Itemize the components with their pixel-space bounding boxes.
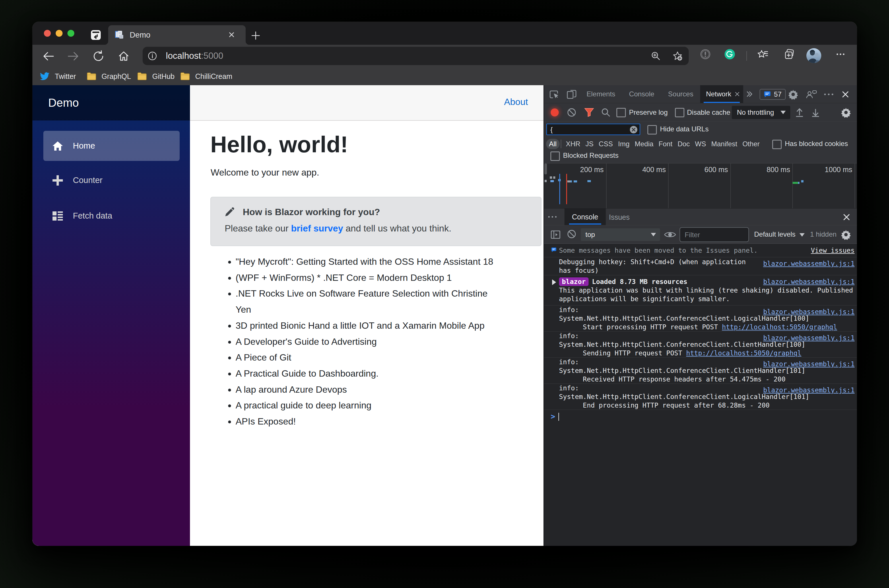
context-select[interactable]: top xyxy=(581,228,660,241)
filter-icon[interactable] xyxy=(584,108,594,117)
filter-pill[interactable]: Other xyxy=(740,139,762,149)
console-prompt[interactable]: > xyxy=(544,410,857,422)
expand-caret-icon[interactable] xyxy=(552,279,556,285)
filter-pill[interactable]: Img xyxy=(616,139,632,149)
filter-pill-all[interactable]: All xyxy=(546,139,560,149)
minimize-window-button[interactable] xyxy=(56,30,63,37)
timeline-tick-label: 400 ms xyxy=(642,165,666,174)
more-tabs-icon[interactable] xyxy=(745,90,754,98)
devtools-tab-sources[interactable]: Sources xyxy=(661,90,700,98)
network-overview-timeline[interactable]: 200 ms400 ms600 ms800 ms1000 ms xyxy=(544,164,857,208)
forward-icon[interactable] xyxy=(66,50,80,63)
console-source-link[interactable]: blazor.webassembly.js:1 xyxy=(763,386,855,394)
bookmark-chillicream[interactable]: ChilliCream xyxy=(180,72,232,81)
console-line: applications will be significantly small… xyxy=(559,295,850,303)
back-icon[interactable] xyxy=(42,50,55,63)
profile-avatar[interactable] xyxy=(806,48,821,63)
console-sidebar-icon[interactable] xyxy=(550,230,561,240)
throttling-select[interactable]: No throttling xyxy=(732,106,790,119)
devtools-tab-network[interactable]: Network xyxy=(700,85,743,103)
console-source-link[interactable]: blazor.webassembly.js:1 xyxy=(763,360,855,368)
bookmark-twitter[interactable]: Twitter xyxy=(40,72,76,81)
session-item: A practical guide to deep learning xyxy=(236,398,500,414)
filter-pill[interactable]: Font xyxy=(656,139,675,149)
close-network-tab-icon[interactable] xyxy=(734,91,740,97)
filter-pill[interactable]: CSS xyxy=(596,139,615,149)
console-source-link[interactable]: blazor.webassembly.js:1 xyxy=(763,278,855,286)
drawer-menu-icon[interactable] xyxy=(547,213,557,221)
network-filter-input[interactable]: { xyxy=(547,124,640,135)
address-bar[interactable]: localhost:5000 xyxy=(143,47,689,65)
close-window-button[interactable] xyxy=(44,30,51,37)
reload-icon[interactable] xyxy=(92,50,105,63)
sidebar-item-home[interactable]: Home xyxy=(44,131,180,161)
clear-filter-icon[interactable] xyxy=(630,126,637,134)
tab-close-icon[interactable] xyxy=(227,30,236,39)
console-url-link[interactable]: http://localhost:5050/graphql xyxy=(686,350,802,357)
timeline-request-bar xyxy=(553,176,555,179)
password-extension-icon[interactable] xyxy=(700,49,711,60)
console-source-link[interactable]: blazor.webassembly.js:1 xyxy=(763,259,855,268)
tab-favicon-icon xyxy=(114,30,124,40)
collections-icon[interactable] xyxy=(784,49,795,60)
site-info-icon[interactable] xyxy=(148,51,157,60)
tab-actions-icon[interactable] xyxy=(90,29,102,41)
console-url-link[interactable]: http://localhost:5050/graphql xyxy=(722,323,837,331)
filter-pill[interactable]: Manifest xyxy=(709,139,740,149)
device-toolbar-icon[interactable] xyxy=(566,89,577,99)
bookmark-graphql[interactable]: GraphQL xyxy=(87,72,131,81)
issues-counter[interactable]: 57 xyxy=(760,89,786,100)
about-link[interactable]: About xyxy=(504,97,528,107)
view-issues-link[interactable]: View issues xyxy=(811,246,854,255)
console-source-link[interactable]: blazor.webassembly.js:1 xyxy=(763,308,855,316)
favorites-icon[interactable] xyxy=(757,49,768,60)
add-favorite-icon[interactable] xyxy=(672,51,683,61)
home-icon[interactable] xyxy=(117,50,130,63)
more-menu-icon[interactable] xyxy=(835,49,846,60)
devtools-tab-console[interactable]: Console xyxy=(622,90,661,98)
bookmark-github[interactable]: GitHub xyxy=(137,72,174,81)
sidebar-item-fetch-data[interactable]: Fetch data xyxy=(44,201,180,231)
browser-tab[interactable]: Demo xyxy=(108,25,246,45)
drawer-tab-console[interactable]: Console xyxy=(565,208,606,225)
new-tab-button[interactable] xyxy=(251,30,261,41)
disable-cache-checkbox[interactable] xyxy=(675,108,685,117)
filter-pill[interactable]: Doc xyxy=(675,139,692,149)
drawer-close-icon[interactable] xyxy=(842,213,850,221)
console-source-link[interactable]: blazor.webassembly.js:1 xyxy=(763,334,855,342)
inspect-icon[interactable] xyxy=(549,90,559,99)
people-feedback-icon[interactable] xyxy=(806,89,817,100)
grammarly-extension-icon[interactable] xyxy=(724,49,735,60)
record-icon[interactable] xyxy=(551,108,559,117)
drawer-tab-issues[interactable]: Issues xyxy=(609,213,629,221)
log-levels-select[interactable]: Default levels xyxy=(754,230,805,238)
import-har-icon[interactable] xyxy=(794,107,805,118)
console-text: Loaded 8.73 MB resources xyxy=(592,278,687,285)
devtools-settings-icon[interactable] xyxy=(788,89,798,99)
clear-console-icon[interactable] xyxy=(567,230,576,238)
filter-pill[interactable]: JS xyxy=(583,139,596,149)
timeline-request-bar xyxy=(574,180,577,182)
zoom-icon[interactable] xyxy=(650,51,661,61)
console-settings-icon[interactable] xyxy=(841,230,851,240)
filter-pill[interactable]: Media xyxy=(632,139,656,149)
survey-link[interactable]: brief survey xyxy=(291,223,343,234)
devtools-more-icon[interactable] xyxy=(823,92,835,97)
export-har-icon[interactable] xyxy=(810,107,821,118)
blocked-cookies-checkbox[interactable] xyxy=(772,140,782,149)
clear-network-icon[interactable] xyxy=(567,108,576,117)
filter-pill[interactable]: WS xyxy=(692,139,709,149)
zoom-window-button[interactable] xyxy=(68,30,74,37)
sidebar-item-counter[interactable]: Counter xyxy=(44,165,180,195)
console-filter-input[interactable]: Filter xyxy=(680,227,749,242)
network-search-icon[interactable] xyxy=(601,108,611,117)
network-settings-icon[interactable] xyxy=(841,107,851,118)
blocked-requests-checkbox[interactable] xyxy=(550,152,560,161)
preserve-log-checkbox[interactable] xyxy=(616,108,626,117)
devtools-close-icon[interactable] xyxy=(841,90,850,99)
folder-icon xyxy=(137,72,147,81)
devtools-tab-elements[interactable]: Elements xyxy=(580,90,622,98)
filter-pill[interactable]: XHR xyxy=(563,139,583,149)
hide-data-urls-checkbox[interactable] xyxy=(647,125,657,135)
live-expression-eye-icon[interactable] xyxy=(664,230,676,239)
